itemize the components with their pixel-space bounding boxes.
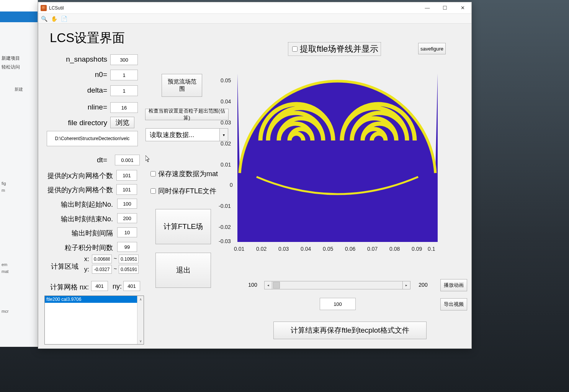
input-delta[interactable] (110, 85, 138, 96)
ytick: 0.02 (221, 140, 231, 147)
exit-button[interactable]: 退出 (155, 253, 211, 288)
label-dt: dt= (46, 156, 107, 164)
checkbox-ridge[interactable]: 提取ftle场脊线并显示 (288, 42, 381, 56)
label-nline: nline= (46, 103, 107, 111)
ytick: -0.01 (219, 203, 231, 209)
cursor-icon (146, 155, 150, 162)
preview-button[interactable]: 预览流场范围 (162, 74, 202, 97)
matlab-icon (41, 5, 47, 11)
bgapp-frag-em: em (2, 262, 36, 267)
input-xmax[interactable] (119, 255, 139, 263)
label-out-step: 输出时刻间隔 (38, 229, 113, 238)
input-ymax[interactable] (119, 265, 139, 274)
input-int-time[interactable] (117, 242, 137, 252)
slider-right-arrow-icon[interactable]: ▸ (402, 281, 410, 289)
bgapp-frag-m: m (2, 188, 36, 193)
savefigure-button[interactable]: savefigure (418, 43, 446, 54)
xtick: 0.07 (367, 246, 378, 252)
frame-slider[interactable]: ◂ ▸ (264, 281, 410, 289)
ytick: -0.02 (219, 224, 231, 230)
window-title: LCSutil (49, 5, 64, 11)
ytick: 0 (230, 182, 233, 188)
check-range-button[interactable]: 检查当前设置是否粒子超出范围(估算) (145, 109, 229, 120)
input-grid-ny[interactable] (123, 281, 140, 291)
checkbox-save-mat[interactable]: 保存速度数据为mat (149, 169, 218, 178)
log-listbox[interactable]: ftle200 cal3.9706 ∧ ∨ (44, 296, 144, 345)
xtick: 0.05 (323, 246, 333, 252)
xtick: 0.01 (234, 246, 244, 252)
label-gridy: 提供的y方向网格个数 (38, 185, 113, 194)
checkbox-ridge-input[interactable] (292, 46, 298, 52)
label-grid-nx: 计算网格 nx: (35, 283, 89, 292)
xtick: 0.04 (301, 246, 311, 252)
listbox-scrollbar[interactable]: ∧ ∨ (137, 296, 144, 344)
checkbox-save-mat-label: 保存速度数据为mat (158, 169, 218, 178)
checkbox-save-mat-input[interactable] (150, 171, 156, 176)
checkbox-save-ftle-input[interactable] (150, 188, 156, 194)
window-close-button[interactable]: ✕ (454, 2, 471, 14)
slider-min-label: 100 (245, 282, 260, 288)
ytick: 0.01 (221, 162, 231, 168)
chevron-down-icon[interactable]: ▾ (219, 129, 228, 141)
input-nline[interactable] (110, 102, 138, 113)
input-ymin[interactable] (92, 265, 112, 274)
slider-track[interactable] (272, 281, 402, 289)
xtick: 0.06 (345, 246, 355, 252)
slider-left-arrow-icon[interactable]: ◂ (265, 281, 272, 289)
input-n0[interactable] (110, 70, 138, 80)
window-maximize-button[interactable]: ☐ (436, 2, 454, 14)
scroll-down-icon[interactable]: ∨ (137, 338, 144, 344)
label-n-snapshots: n_snapshots (46, 55, 107, 64)
slider-thumb[interactable] (273, 282, 280, 289)
label-n0: n0= (46, 70, 107, 79)
xtick: 0.03 (278, 246, 289, 252)
data-cursor-icon[interactable]: 📄 (60, 15, 67, 22)
scroll-up-icon[interactable]: ∧ (137, 296, 144, 302)
pan-icon[interactable]: ✋ (51, 15, 57, 22)
label-delta: delta= (46, 86, 107, 95)
figure-toolbar: 🔍 ✋ 📄 (38, 14, 471, 24)
xtick: 0.02 (256, 246, 267, 252)
bgapp-easyaccess[interactable]: 轻松访问 (2, 64, 36, 70)
label-out-start: 输出时刻起始No. (38, 200, 113, 209)
ytick: 0.04 (221, 98, 231, 105)
bgapp-newproj[interactable]: 新建项目 (2, 55, 36, 62)
input-n-snapshots[interactable] (110, 54, 138, 65)
input-out-start[interactable] (117, 199, 137, 209)
input-xmin[interactable] (92, 255, 112, 263)
bgapp-frag-fig: fig (2, 181, 36, 186)
slider-max-label: 200 (415, 282, 431, 288)
ftle-axes[interactable] (237, 74, 438, 242)
input-gridy[interactable] (116, 184, 137, 195)
list-item[interactable]: ftle200 cal3.9706 (45, 296, 144, 303)
label-region: 计算区域 (38, 262, 78, 271)
window-titlebar[interactable]: LCSutil — ☐ ✕ (38, 2, 471, 14)
play-anim-button[interactable]: 播放动画 (440, 279, 467, 291)
background-app: 新建项目 轻松访问 新建 fig m em mat mcr (0, 0, 38, 347)
save-tecplot-button[interactable]: 计算结束再保存ftle到tecplot格式文件 (273, 322, 427, 339)
zoom-in-icon[interactable]: 🔍 (41, 15, 47, 22)
label-x: x: (80, 255, 89, 263)
window-minimize-button[interactable]: — (419, 2, 436, 14)
lcsutil-window: LCSutil — ☐ ✕ 🔍 ✋ 📄 LCS设置界面 n_snapshots … (38, 2, 472, 349)
input-current-frame[interactable] (320, 298, 356, 310)
read-speed-select[interactable]: 读取速度数据... ▾ (146, 128, 228, 141)
xtick: 0.09 (412, 246, 422, 252)
page-title: LCS设置界面 (50, 29, 165, 47)
input-dt[interactable] (115, 155, 140, 165)
label-gridx: 提供的x方向网格个数 (38, 171, 113, 180)
checkbox-ridge-label: 提取ftle场脊线并显示 (300, 43, 378, 55)
label-out-end: 输出时刻结束No. (38, 214, 113, 224)
bgapp-label-new: 新建 (2, 87, 36, 92)
browse-button[interactable]: 浏览 (110, 117, 134, 128)
label-int-time: 粒子积分时间数 (38, 243, 113, 252)
checkbox-save-ftle[interactable]: 同时保存FTLE文件 (149, 186, 216, 196)
input-out-step[interactable] (117, 227, 137, 237)
input-out-end[interactable] (117, 213, 137, 223)
xtick: 0.1 (428, 246, 435, 252)
export-video-button[interactable]: 导出视频 (440, 298, 467, 310)
input-gridx[interactable] (116, 170, 137, 181)
input-filepath[interactable] (47, 131, 138, 146)
input-grid-nx[interactable] (91, 281, 108, 291)
calc-ftle-button[interactable]: 计算FTLE场 (155, 209, 211, 244)
